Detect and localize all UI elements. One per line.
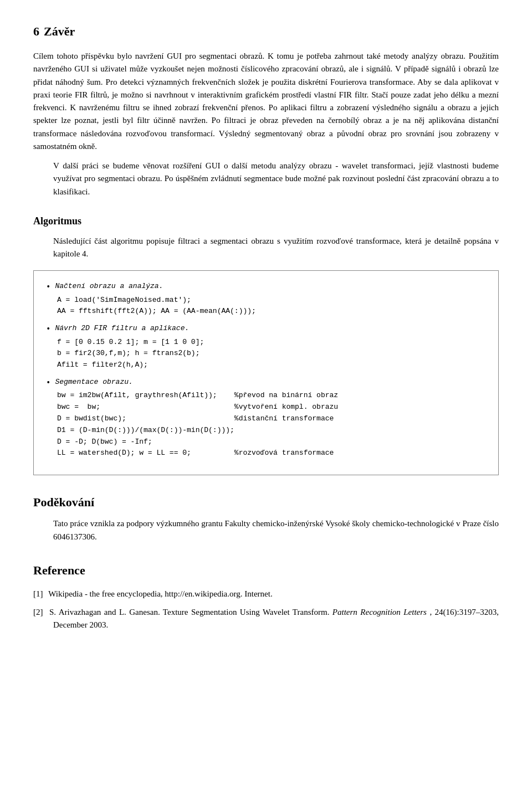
code-line-3-1: bwc = bw; %vytvoření kompl. obrazu <box>57 402 486 413</box>
code-lines-2: f = [0 0.15 0.2 1]; m = [1 1 0 0]; b = f… <box>57 337 486 371</box>
podekovani-text: Tato práce vznikla za podpory výzkumného… <box>53 517 499 543</box>
bullet-3: • <box>46 377 50 389</box>
code-section-3: • Segmentace obrazu. <box>46 377 486 389</box>
bullet-2: • <box>46 323 50 335</box>
ref-2-italic: Pattern Recognition Letters <box>332 608 427 616</box>
main-paragraph-1: Cílem tohoto příspěvku bylo navržení GUI… <box>33 50 499 153</box>
algoritmus-intro: Následující část algoritmu popisuje filt… <box>53 235 499 261</box>
ref-1-text: Wikipedia - the free encyclopedia, http:… <box>48 589 272 598</box>
code-line-3-0: bw = im2bw(Afilt, graythresh(Afilt)); %p… <box>57 390 486 402</box>
algoritmus-section: Algoritmus Následující část algoritmu po… <box>33 214 499 475</box>
code-lines-1: A = load('SimImageNoised.mat'); AA = fft… <box>57 295 486 318</box>
podekovani-heading: Poděkování <box>33 493 499 512</box>
code-lines-3: bw = im2bw(Afilt, graythresh(Afilt)); %p… <box>57 390 486 459</box>
code-line-3-4: D = -D; D(bwc) = -Inf; <box>57 436 486 448</box>
podekovani-section: Poděkování Tato práce vznikla za podpory… <box>33 493 499 543</box>
code-box: • Načtení obrazu a analýza. A = load('Si… <box>33 270 499 475</box>
code-line-3-3: D1 = (D-min(D(:)))/(max(D(:))-min(D(:)))… <box>57 425 486 436</box>
code-line-2-2: Afilt = filter2(h,A); <box>57 359 486 371</box>
reference-section: Reference [1] Wikipedia - the free encyc… <box>33 561 499 632</box>
code-line-1-0: A = load('SimImageNoised.mat'); <box>57 295 486 306</box>
code-line-3-5: LL = watershed(D); w = LL == 0; %rozvoďo… <box>57 448 486 459</box>
code-label-1: Načtení obrazu a analýza. <box>55 281 163 292</box>
reference-item-2: [2] S. Arivazhagan and L. Ganesan. Textu… <box>33 606 499 632</box>
code-label-2: Návrh 2D FIR filtru a aplikace. <box>55 323 189 335</box>
code-section-1: • Načtení obrazu a analýza. <box>46 281 486 293</box>
reference-heading: Reference <box>33 561 499 580</box>
algoritmus-heading: Algoritmus <box>33 214 499 229</box>
code-line-3-2: D = bwdist(bwc); %distanční transformace <box>57 413 486 425</box>
code-line-2-1: b = fir2(30,f,m); h = ftrans2(b); <box>57 348 486 359</box>
chapter-title: Závěr <box>44 22 75 41</box>
code-label-3: Segmentace obrazu. <box>55 377 132 388</box>
reference-item-1: [1] Wikipedia - the free encyclopedia, h… <box>33 588 499 600</box>
ref-2-number: [2] <box>33 608 43 616</box>
code-section-2: • Návrh 2D FIR filtru a aplikace. <box>46 323 486 335</box>
code-line-2-0: f = [0 0.15 0.2 1]; m = [1 1 0 0]; <box>57 337 486 348</box>
ref-2-text: S. Arivazhagan and L. Ganesan. Texture S… <box>49 608 329 616</box>
code-line-1-1: AA = fftshift(fft2(A)); AA = (AA-mean(AA… <box>57 306 486 317</box>
ref-1-number: [1] <box>33 589 43 598</box>
chapter-number: 6 <box>33 22 39 41</box>
main-paragraph-2: V další práci se budeme věnovat rozšířen… <box>53 160 499 198</box>
bullet-1: • <box>46 281 50 293</box>
